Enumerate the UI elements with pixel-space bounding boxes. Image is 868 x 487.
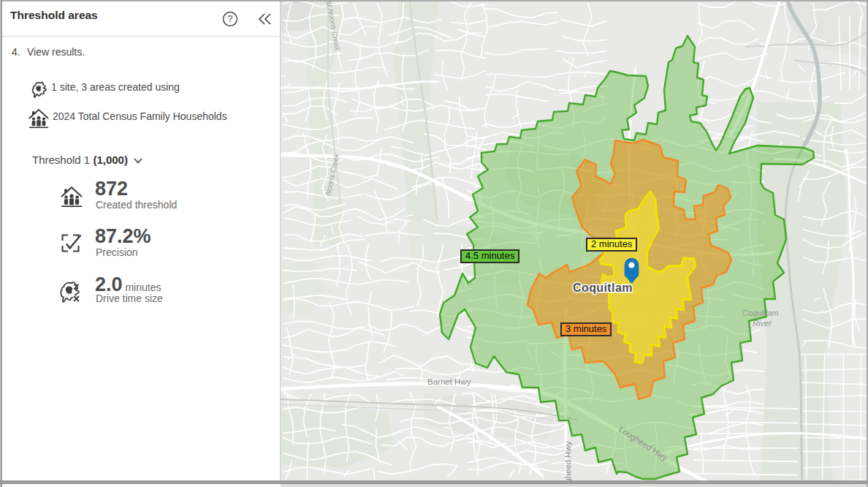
- svg-text:?: ?: [228, 14, 233, 24]
- svg-text:Coquitlam: Coquitlam: [573, 282, 633, 294]
- svg-text:Barnet Hwy: Barnet Hwy: [427, 377, 471, 386]
- svg-text:River: River: [753, 319, 772, 328]
- svg-text:Coquitlam: Coquitlam: [742, 309, 779, 317]
